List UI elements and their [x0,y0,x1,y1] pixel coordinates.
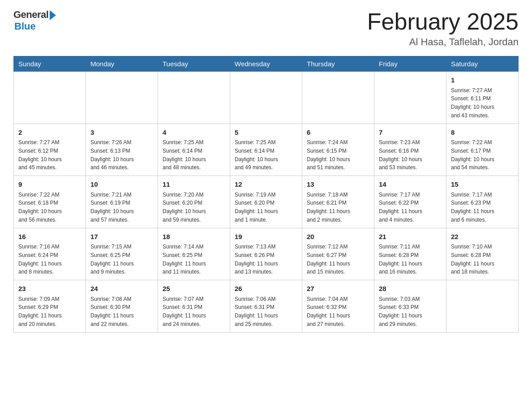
day-info: Sunrise: 7:04 AMSunset: 6:32 PMDaylight:… [307,296,350,327]
day-number: 7 [379,128,442,138]
day-number: 1 [451,75,514,86]
day-info: Sunrise: 7:27 AMSunset: 6:11 PMDaylight:… [451,87,494,119]
header-day-monday: Monday [86,56,158,72]
calendar-cell: 4Sunrise: 7:25 AMSunset: 6:14 PMDaylight… [158,124,230,176]
calendar-cell [446,280,519,333]
week-row-3: 9Sunrise: 7:22 AMSunset: 6:18 PMDaylight… [14,176,519,228]
calendar-cell: 8Sunrise: 7:22 AMSunset: 6:17 PMDaylight… [446,124,519,176]
calendar-cell: 17Sunrise: 7:15 AMSunset: 6:25 PMDayligh… [86,228,158,280]
day-number: 20 [307,232,369,242]
day-number: 9 [18,180,81,190]
day-info: Sunrise: 7:24 AMSunset: 6:15 PMDaylight:… [307,139,350,171]
day-info: Sunrise: 7:14 AMSunset: 6:25 PMDaylight:… [163,244,206,275]
calendar-cell [374,72,446,124]
day-info: Sunrise: 7:22 AMSunset: 6:17 PMDaylight:… [451,139,494,171]
day-number: 11 [163,180,225,190]
calendar-cell [158,72,230,124]
day-number: 21 [379,232,442,242]
logo-arrow-icon [50,10,56,20]
header-day-friday: Friday [374,56,446,72]
calendar-cell [14,72,86,124]
location-title: Al Hasa, Taflelah, Jordan [367,36,519,48]
day-info: Sunrise: 7:26 AMSunset: 6:13 PMDaylight:… [90,139,134,171]
day-number: 28 [379,284,442,294]
calendar-cell: 3Sunrise: 7:26 AMSunset: 6:13 PMDaylight… [86,124,158,176]
calendar-cell: 12Sunrise: 7:19 AMSunset: 6:20 PMDayligh… [230,176,302,228]
day-number: 16 [18,232,81,242]
header-day-thursday: Thursday [302,56,374,72]
month-title: February 2025 [367,9,519,34]
day-info: Sunrise: 7:17 AMSunset: 6:23 PMDaylight:… [451,192,494,223]
calendar-cell: 13Sunrise: 7:18 AMSunset: 6:21 PMDayligh… [302,176,374,228]
calendar-cell [86,72,158,124]
day-info: Sunrise: 7:16 AMSunset: 6:24 PMDaylight:… [18,244,62,275]
logo-blue-text: Blue [14,21,36,32]
calendar-cell: 18Sunrise: 7:14 AMSunset: 6:25 PMDayligh… [158,228,230,280]
calendar-cell: 11Sunrise: 7:20 AMSunset: 6:20 PMDayligh… [158,176,230,228]
calendar-cell: 19Sunrise: 7:13 AMSunset: 6:26 PMDayligh… [230,228,302,280]
day-info: Sunrise: 7:27 AMSunset: 6:12 PMDaylight:… [18,139,62,171]
calendar-cell: 25Sunrise: 7:07 AMSunset: 6:31 PMDayligh… [158,280,230,333]
day-info: Sunrise: 7:17 AMSunset: 6:22 PMDaylight:… [379,192,422,223]
day-number: 8 [451,128,514,138]
day-info: Sunrise: 7:21 AMSunset: 6:19 PMDaylight:… [90,192,134,223]
calendar-cell: 23Sunrise: 7:09 AMSunset: 6:29 PMDayligh… [14,280,86,333]
calendar-cell: 21Sunrise: 7:11 AMSunset: 6:28 PMDayligh… [374,228,446,280]
calendar-cell: 15Sunrise: 7:17 AMSunset: 6:23 PMDayligh… [446,176,519,228]
day-info: Sunrise: 7:09 AMSunset: 6:29 PMDaylight:… [18,296,62,327]
day-number: 17 [90,232,153,242]
calendar-cell: 10Sunrise: 7:21 AMSunset: 6:19 PMDayligh… [86,176,158,228]
calendar-cell: 7Sunrise: 7:23 AMSunset: 6:16 PMDaylight… [374,124,446,176]
header-day-wednesday: Wednesday [230,56,302,72]
calendar-cell: 14Sunrise: 7:17 AMSunset: 6:22 PMDayligh… [374,176,446,228]
title-area: February 2025 Al Hasa, Taflelah, Jordan [367,9,519,48]
day-number: 22 [451,232,514,242]
day-number: 23 [18,284,81,294]
logo: General Blue [13,9,56,32]
day-number: 2 [18,128,81,138]
day-number: 18 [163,232,225,242]
day-info: Sunrise: 7:15 AMSunset: 6:25 PMDaylight:… [90,244,134,275]
day-info: Sunrise: 7:06 AMSunset: 6:31 PMDaylight:… [235,296,278,327]
calendar-cell: 26Sunrise: 7:06 AMSunset: 6:31 PMDayligh… [230,280,302,333]
day-number: 19 [235,232,297,242]
day-info: Sunrise: 7:23 AMSunset: 6:16 PMDaylight:… [379,139,422,171]
calendar-cell: 16Sunrise: 7:16 AMSunset: 6:24 PMDayligh… [14,228,86,280]
calendar-cell: 20Sunrise: 7:12 AMSunset: 6:27 PMDayligh… [302,228,374,280]
day-info: Sunrise: 7:12 AMSunset: 6:27 PMDaylight:… [307,244,350,275]
day-info: Sunrise: 7:07 AMSunset: 6:31 PMDaylight:… [163,296,206,327]
calendar-table: SundayMondayTuesdayWednesdayThursdayFrid… [13,56,519,333]
week-row-5: 23Sunrise: 7:09 AMSunset: 6:29 PMDayligh… [14,280,519,333]
day-info: Sunrise: 7:18 AMSunset: 6:21 PMDaylight:… [307,192,350,223]
day-number: 6 [307,128,369,138]
day-number: 14 [379,180,442,190]
calendar-cell: 27Sunrise: 7:04 AMSunset: 6:32 PMDayligh… [302,280,374,333]
day-number: 27 [307,284,369,294]
day-info: Sunrise: 7:08 AMSunset: 6:30 PMDaylight:… [90,296,134,327]
header-row: SundayMondayTuesdayWednesdayThursdayFrid… [14,56,519,72]
week-row-1: 1Sunrise: 7:27 AMSunset: 6:11 PMDaylight… [14,72,519,124]
day-info: Sunrise: 7:13 AMSunset: 6:26 PMDaylight:… [235,244,278,275]
calendar-cell [230,72,302,124]
calendar-cell [302,72,374,124]
day-info: Sunrise: 7:19 AMSunset: 6:20 PMDaylight:… [235,192,278,223]
day-info: Sunrise: 7:10 AMSunset: 6:28 PMDaylight:… [451,244,494,275]
calendar-cell: 1Sunrise: 7:27 AMSunset: 6:11 PMDaylight… [446,72,519,124]
day-number: 15 [451,180,514,190]
day-number: 10 [90,180,153,190]
day-info: Sunrise: 7:25 AMSunset: 6:14 PMDaylight:… [235,139,278,171]
day-number: 25 [163,284,225,294]
day-info: Sunrise: 7:25 AMSunset: 6:14 PMDaylight:… [163,139,206,171]
calendar-cell: 6Sunrise: 7:24 AMSunset: 6:15 PMDaylight… [302,124,374,176]
calendar-cell: 22Sunrise: 7:10 AMSunset: 6:28 PMDayligh… [446,228,519,280]
week-row-2: 2Sunrise: 7:27 AMSunset: 6:12 PMDaylight… [14,124,519,176]
week-row-4: 16Sunrise: 7:16 AMSunset: 6:24 PMDayligh… [14,228,519,280]
day-info: Sunrise: 7:11 AMSunset: 6:28 PMDaylight:… [379,244,422,275]
header-day-sunday: Sunday [14,56,86,72]
logo-general-text: General [13,9,48,21]
header-day-saturday: Saturday [446,56,519,72]
calendar-cell: 2Sunrise: 7:27 AMSunset: 6:12 PMDaylight… [14,124,86,176]
calendar-cell: 28Sunrise: 7:03 AMSunset: 6:33 PMDayligh… [374,280,446,333]
day-info: Sunrise: 7:22 AMSunset: 6:18 PMDaylight:… [18,192,62,223]
day-number: 26 [235,284,297,294]
